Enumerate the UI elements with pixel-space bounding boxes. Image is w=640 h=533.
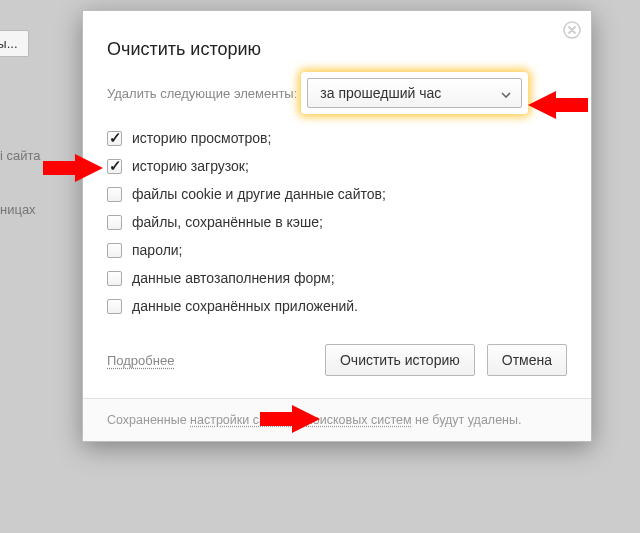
options-list: историю просмотров;историю загрузок;файл…	[107, 130, 567, 314]
checkbox-icon[interactable]	[107, 271, 122, 286]
range-label: Удалить следующие элементы:	[107, 86, 297, 101]
option-label: пароли;	[132, 242, 183, 258]
more-link[interactable]: Подробнее	[107, 353, 174, 368]
time-range-select[interactable]: за прошедший час	[307, 78, 522, 108]
clear-history-dialog: Очистить историю Удалить следующие элеме…	[82, 10, 592, 442]
cancel-button[interactable]: Отмена	[487, 344, 567, 376]
option-label: историю просмотров;	[132, 130, 271, 146]
option-label: файлы cookie и другие данные сайтов;	[132, 186, 386, 202]
footer-link-sitesettings[interactable]: настройки сайтов	[190, 413, 292, 427]
checkbox-icon[interactable]	[107, 243, 122, 258]
option-label: данные автозаполнения форм;	[132, 270, 335, 286]
option-5[interactable]: данные автозаполнения форм;	[107, 270, 567, 286]
option-label: историю загрузок;	[132, 158, 249, 174]
option-label: файлы, сохранённые в кэше;	[132, 214, 323, 230]
bg-text-1: і сайта	[0, 148, 41, 163]
bg-fonts-button: фты...	[0, 30, 29, 57]
option-3[interactable]: файлы, сохранённые в кэше;	[107, 214, 567, 230]
checkbox-icon[interactable]	[107, 159, 122, 174]
footer-text-pre: Сохраненные	[107, 413, 190, 427]
checkbox-icon[interactable]	[107, 131, 122, 146]
footer-text-mid: и	[292, 413, 306, 427]
checkbox-icon[interactable]	[107, 187, 122, 202]
option-6[interactable]: данные сохранённых приложений.	[107, 298, 567, 314]
dialog-title: Очистить историю	[107, 39, 567, 60]
footer-link-searchengines[interactable]: поисковых систем	[306, 413, 411, 427]
option-label: данные сохранённых приложений.	[132, 298, 358, 314]
bg-text-2: ницах	[0, 202, 36, 217]
chevron-down-icon	[501, 79, 511, 107]
clear-button[interactable]: Очистить историю	[325, 344, 475, 376]
option-1[interactable]: историю загрузок;	[107, 158, 567, 174]
close-icon[interactable]	[563, 21, 581, 39]
dialog-footer: Сохраненные настройки сайтов и поисковых…	[83, 398, 591, 441]
footer-text-post: не будут удалены.	[412, 413, 522, 427]
checkbox-icon[interactable]	[107, 299, 122, 314]
time-range-value: за прошедший час	[320, 85, 441, 101]
checkbox-icon[interactable]	[107, 215, 122, 230]
option-2[interactable]: файлы cookie и другие данные сайтов;	[107, 186, 567, 202]
option-0[interactable]: историю просмотров;	[107, 130, 567, 146]
option-4[interactable]: пароли;	[107, 242, 567, 258]
